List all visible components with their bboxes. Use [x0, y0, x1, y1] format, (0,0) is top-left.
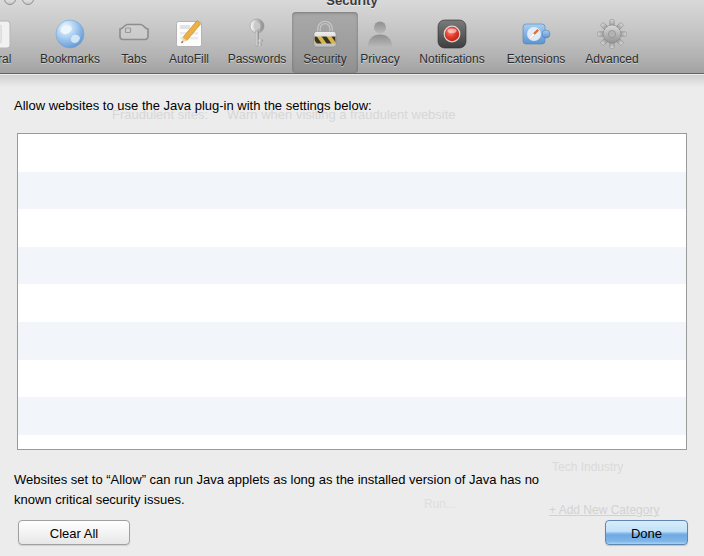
toolbar-item-security[interactable]: Security	[292, 12, 358, 73]
toolbar-item-label: Privacy	[360, 52, 399, 66]
preferences-toolbar: Security neralBookmarksTabsAutoFillPassw…	[0, 0, 704, 74]
toolbar-item-extensions[interactable]: Extensions	[498, 12, 574, 73]
toolbar-item-label: Advanced	[585, 52, 638, 66]
java-plugin-sheet: Fraudulent sites: Warn when visiting a f…	[0, 75, 704, 556]
sheet-instruction: Allow websites to use the Java plug-in w…	[14, 98, 372, 113]
toolbar-item-autofill[interactable]: AutoFill	[154, 12, 224, 73]
toolbar-item-passwords[interactable]: Passwords	[217, 12, 297, 73]
toolbar-item-label: neral	[0, 52, 11, 66]
notifications-icon	[435, 17, 469, 51]
toolbar-item-label: Notifications	[419, 52, 484, 66]
safari-preferences-window: Security neralBookmarksTabsAutoFillPassw…	[0, 0, 704, 556]
bookmarks-icon	[53, 17, 87, 51]
sheet-description-line2: known critical security issues.	[14, 490, 690, 510]
toolbar-item-advanced[interactable]: Advanced	[577, 12, 647, 73]
security-icon	[308, 17, 342, 51]
toolbar-item-general[interactable]: neral	[0, 12, 32, 73]
toolbar-item-label: Security	[303, 52, 346, 66]
toolbar-item-label: Extensions	[507, 52, 566, 66]
clear-all-button[interactable]: Clear All	[18, 520, 130, 545]
toolbar-item-bookmarks[interactable]: Bookmarks	[32, 12, 108, 73]
toolbar-item-notifications[interactable]: Notifications	[407, 12, 497, 73]
sheet-description-line1: Websites set to “Allow” can run Java app…	[14, 470, 690, 490]
tabs-icon	[117, 17, 151, 51]
done-button[interactable]: Done	[605, 520, 688, 545]
toolbar-item-privacy[interactable]: Privacy	[350, 12, 410, 73]
autofill-icon	[172, 17, 206, 51]
advanced-icon	[595, 17, 629, 51]
toolbar-item-label: AutoFill	[169, 52, 209, 66]
window-title: Security	[0, 0, 704, 8]
toolbar-item-label: Passwords	[228, 52, 287, 66]
privacy-icon	[363, 17, 397, 51]
extensions-icon	[519, 17, 553, 51]
general-icon	[0, 17, 15, 51]
toolbar-item-label: Tabs	[121, 52, 146, 66]
sheet-description: Websites set to “Allow” can run Java app…	[14, 470, 690, 510]
toolbar-item-label: Bookmarks	[40, 52, 100, 66]
passwords-icon	[240, 17, 274, 51]
java-websites-list[interactable]	[17, 133, 687, 450]
